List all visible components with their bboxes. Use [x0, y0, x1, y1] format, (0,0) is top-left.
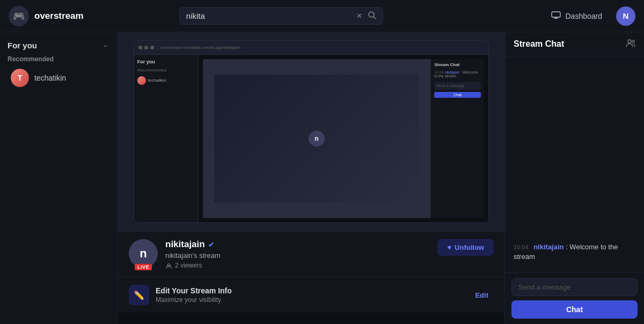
fake-browser-bar: overstream-techatikin.vercel.app/nikitaj… — [134, 41, 488, 55]
chat-timestamp-0: 10:04 — [514, 244, 529, 250]
chat-panel: Stream Chat 10:04 nikitajain : Welcome t… — [504, 32, 644, 324]
sidebar: For you ← Recommended T techatikin — [0, 32, 118, 324]
nested-chat-panel: Stream Chat 10:04 nikitajain : Welcome t… — [430, 59, 484, 218]
nested-content: n Stream Chat 10:04 nikitajain — [203, 59, 484, 218]
live-badge: LIVE — [135, 264, 152, 270]
nested-chat-title: Stream Chat — [434, 62, 481, 67]
chat-message-0: 10:04 nikitajain : Welcome to the stream — [514, 242, 635, 262]
center-content: overstream-techatikin.vercel.app/nikitaj… — [118, 32, 504, 324]
stream-title: nikitajain's stream — [165, 251, 430, 260]
chat-title: Stream Chat — [514, 39, 564, 49]
stream-info: n LIVE nikitajain ✔ nikitajain's stream … — [118, 231, 504, 277]
dashboard-button[interactable]: Dashboard — [546, 8, 608, 24]
svg-point-7 — [632, 40, 634, 42]
nested-chat-placeholder: Send a message — [436, 84, 465, 88]
nested-chat-input-box: Send a message — [434, 82, 481, 90]
search-icon-button[interactable] — [368, 11, 376, 21]
user-avatar-button[interactable]: N — [616, 6, 635, 26]
chat-message-username-0: nikitajain — [533, 243, 564, 251]
sidebar-back-button[interactable]: ← — [103, 41, 110, 50]
fake-sidebar-user: techatikin — [137, 75, 195, 87]
fake-sidebar-avatar — [137, 76, 146, 85]
stream-info-text: nikitajain ✔ nikitajain's stream 2 viewe… — [165, 239, 430, 269]
fake-main-content: n Stream Chat 10:04 nikitajain — [199, 55, 488, 222]
dashboard-icon — [551, 11, 561, 20]
logo-icon: 🎮 — [9, 6, 29, 26]
for-you-section: For you ← — [0, 37, 118, 52]
edit-text: Edit Your Stream Info Maximize your visi… — [156, 286, 463, 304]
main-layout: For you ← Recommended T techatikin overs… — [0, 32, 644, 324]
edit-panel: ✏️ Edit Your Stream Info Maximize your v… — [118, 277, 504, 313]
nested-chat-timestamp: 10:04 — [434, 70, 444, 74]
clear-search-button[interactable]: ✕ — [355, 12, 363, 19]
stream-channel-name: nikitajain — [165, 239, 205, 250]
edit-pencil-icon: ✏️ — [134, 290, 144, 300]
sidebar-item-techatikin[interactable]: T techatikin — [3, 65, 114, 91]
chat-message-input[interactable] — [511, 278, 638, 296]
viewers-icon — [165, 263, 172, 269]
viewers-row: 2 viewers — [165, 262, 430, 269]
viewers-count: 2 viewers — [175, 262, 202, 269]
fake-browser-content: For you Recommended techatikin — [134, 55, 488, 222]
header: 🎮 overstream ✕ Dashboard N — [0, 0, 644, 32]
search-bar: ✕ — [179, 7, 383, 25]
search-input[interactable] — [186, 11, 351, 20]
sidebar-username: techatikin — [34, 74, 66, 82]
nested-chat-user: nikitajain — [445, 70, 459, 74]
fake-sidebar-sub: Recommended — [137, 68, 195, 73]
svg-rect-2 — [552, 12, 560, 17]
dashboard-label: Dashboard — [565, 12, 602, 20]
fake-dot-3 — [150, 46, 154, 49]
header-right: Dashboard N — [546, 6, 635, 26]
screenshot-inner: overstream-techatikin.vercel.app/nikitaj… — [134, 40, 489, 223]
chat-users-button[interactable] — [626, 39, 635, 49]
fake-sidebar-username: techatikin — [148, 78, 166, 83]
fake-sidebar-header: For you — [137, 59, 195, 64]
edit-title: Edit Your Stream Info — [156, 286, 463, 295]
edit-icon-box: ✏️ — [129, 285, 149, 305]
chat-message-text-0: : Welcome to the stream — [514, 243, 618, 261]
logo-area: 🎮 overstream — [9, 6, 94, 26]
chat-header: Stream Chat — [505, 32, 644, 56]
sidebar-user-avatar: T — [11, 69, 29, 87]
svg-line-1 — [374, 17, 376, 19]
screenshot-container: overstream-techatikin.vercel.app/nikitaj… — [118, 32, 504, 231]
unfollow-heart-icon: ♥ — [447, 243, 451, 251]
fake-dot-2 — [144, 46, 148, 49]
svg-point-6 — [628, 40, 631, 43]
stream-avatar-initial: n — [140, 247, 147, 261]
chat-send-button[interactable]: Chat — [511, 300, 638, 319]
fake-dot-1 — [138, 46, 142, 49]
for-you-label: For you — [8, 41, 37, 50]
chat-messages: 10:04 nikitajain : Welcome to the stream — [505, 56, 644, 272]
stream-preview: overstream-techatikin.vercel.app/nikitaj… — [118, 32, 504, 231]
stream-channel-name-row: nikitajain ✔ — [165, 239, 430, 250]
unfollow-label: Unfollow — [455, 243, 484, 251]
nested-chat-send-btn: Chat — [434, 92, 481, 98]
stream-channel-avatar: n LIVE — [129, 239, 158, 268]
recommended-label: Recommended — [0, 52, 118, 64]
edit-button[interactable]: Edit — [470, 288, 494, 303]
unfollow-button[interactable]: ♥ Unfollow — [437, 239, 494, 256]
fake-sidebar: For you Recommended techatikin — [134, 55, 199, 222]
verified-icon: ✔ — [208, 240, 215, 249]
edit-subtitle: Maximize your visibility — [156, 296, 463, 304]
logo-text: overstream — [34, 11, 84, 21]
nested-chat-message: 10:04 nikitajain : Welcome to the stream — [434, 70, 481, 78]
nested-video: n — [203, 59, 430, 218]
chat-input-area: Chat — [505, 272, 644, 324]
